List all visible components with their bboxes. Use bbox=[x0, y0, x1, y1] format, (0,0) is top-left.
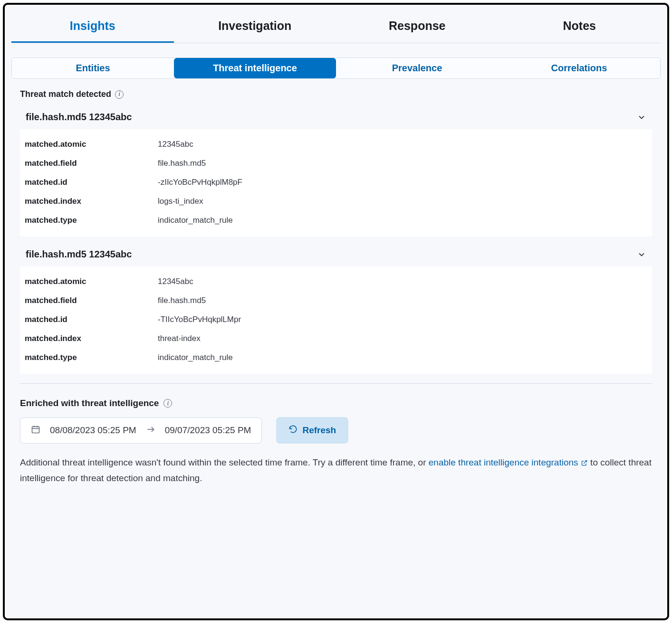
row-key: matched.id bbox=[25, 315, 158, 324]
table-row: matched.id -zIIcYoBcPvHqkplM8pF bbox=[25, 173, 647, 192]
table-row: matched.field file.hash.md5 bbox=[25, 291, 647, 310]
refresh-button[interactable]: Refresh bbox=[276, 417, 348, 444]
accordion-title: file.hash.md5 12345abc bbox=[26, 249, 132, 260]
calendar-icon bbox=[31, 425, 40, 436]
accordion-title: file.hash.md5 12345abc bbox=[26, 112, 132, 123]
threat-match-title: Threat match detected bbox=[20, 89, 111, 99]
accordion-header[interactable]: file.hash.md5 12345abc bbox=[20, 242, 652, 266]
table-row: matched.atomic 12345abc bbox=[25, 135, 647, 154]
row-key: matched.type bbox=[25, 353, 158, 362]
table-row: matched.index logs-ti_index bbox=[25, 192, 647, 211]
refresh-icon bbox=[288, 425, 298, 436]
chevron-down-icon bbox=[637, 113, 646, 122]
link-label: enable threat intelligence integrations bbox=[429, 457, 578, 467]
enriched-title: Enriched with threat intelligence bbox=[20, 398, 159, 408]
row-value: 12345abc bbox=[158, 277, 193, 286]
info-icon[interactable]: i bbox=[163, 399, 172, 408]
accordion-body: matched.atomic 12345abc matched.field fi… bbox=[20, 129, 652, 237]
subtab-prevalence[interactable]: Prevalence bbox=[336, 58, 498, 78]
subtab-threat-intelligence[interactable]: Threat intelligence bbox=[174, 58, 336, 78]
table-row: matched.id -TIIcYoBcPvHqkplLMpr bbox=[25, 310, 647, 329]
row-value: file.hash.md5 bbox=[158, 296, 206, 305]
row-key: matched.atomic bbox=[25, 140, 158, 149]
row-value: 12345abc bbox=[158, 140, 193, 149]
row-value: file.hash.md5 bbox=[158, 159, 206, 168]
row-value: threat-index bbox=[158, 334, 201, 343]
subtab-entities[interactable]: Entities bbox=[12, 58, 174, 78]
enriched-body-text: Additional threat intelligence wasn't fo… bbox=[20, 455, 652, 486]
row-value: indicator_match_rule bbox=[158, 216, 233, 225]
arrow-right-icon bbox=[146, 425, 155, 436]
accordion-body: matched.atomic 12345abc matched.field fi… bbox=[20, 266, 652, 374]
sub-tabs: Entities Threat intelligence Prevalence … bbox=[11, 57, 661, 79]
row-value: indicator_match_rule bbox=[158, 353, 233, 362]
row-key: matched.id bbox=[25, 178, 158, 187]
row-key: matched.field bbox=[25, 296, 158, 305]
enriched-title-row: Enriched with threat intelligence i bbox=[20, 398, 661, 408]
row-key: matched.index bbox=[25, 334, 158, 343]
row-value: -TIIcYoBcPvHqkplLMpr bbox=[158, 315, 241, 324]
row-value: logs-ti_index bbox=[158, 197, 203, 206]
row-key: matched.field bbox=[25, 159, 158, 168]
date-end: 09/07/2023 05:25 PM bbox=[165, 425, 251, 436]
table-row: matched.field file.hash.md5 bbox=[25, 154, 647, 173]
threat-match-item: file.hash.md5 12345abc matched.atomic 12… bbox=[20, 242, 652, 374]
threat-match-title-row: Threat match detected i bbox=[20, 89, 661, 99]
enriched-controls: 08/08/2023 05:25 PM 09/07/2023 05:25 PM … bbox=[20, 417, 661, 444]
table-row: matched.type indicator_match_rule bbox=[25, 211, 647, 230]
row-key: matched.index bbox=[25, 197, 158, 206]
svg-rect-0 bbox=[32, 427, 39, 433]
main-tabs: Insights Investigation Response Notes bbox=[11, 9, 661, 43]
tab-response[interactable]: Response bbox=[336, 9, 499, 43]
table-row: matched.index threat-index bbox=[25, 329, 647, 348]
date-start: 08/08/2023 05:25 PM bbox=[50, 425, 136, 436]
accordion-header[interactable]: file.hash.md5 12345abc bbox=[20, 105, 652, 129]
info-icon[interactable]: i bbox=[115, 90, 124, 99]
body-text-1: Additional threat intelligence wasn't fo… bbox=[20, 457, 429, 467]
external-link-icon bbox=[581, 456, 588, 471]
row-value: -zIIcYoBcPvHqkplM8pF bbox=[158, 178, 242, 187]
tab-investigation[interactable]: Investigation bbox=[174, 9, 336, 43]
date-range-picker[interactable]: 08/08/2023 05:25 PM 09/07/2023 05:25 PM bbox=[20, 417, 262, 444]
table-row: matched.type indicator_match_rule bbox=[25, 348, 647, 367]
refresh-label: Refresh bbox=[302, 425, 336, 436]
row-key: matched.atomic bbox=[25, 277, 158, 286]
threat-match-item: file.hash.md5 12345abc matched.atomic 12… bbox=[20, 105, 652, 237]
row-key: matched.type bbox=[25, 216, 158, 225]
tab-notes[interactable]: Notes bbox=[499, 9, 661, 43]
chevron-down-icon bbox=[637, 250, 646, 259]
tab-insights[interactable]: Insights bbox=[11, 9, 174, 43]
enable-integrations-link[interactable]: enable threat intelligence integrations bbox=[429, 457, 590, 467]
subtab-correlations[interactable]: Correlations bbox=[498, 58, 660, 78]
divider bbox=[20, 383, 652, 384]
table-row: matched.atomic 12345abc bbox=[25, 272, 647, 291]
